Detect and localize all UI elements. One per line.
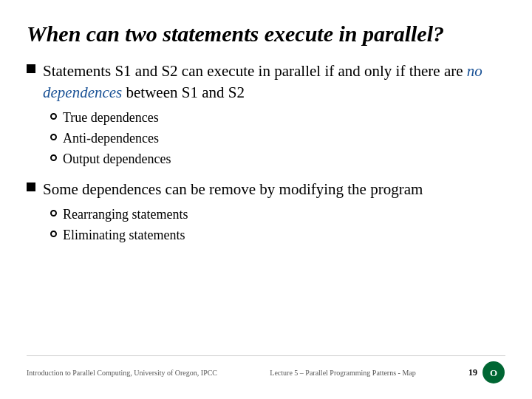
sub-bullet-text: Anti-dependences — [63, 129, 159, 148]
footer: Introduction to Parallel Computing, Univ… — [27, 355, 505, 384]
sub-bullet-text: Eliminating statements — [63, 226, 185, 245]
bullet-square-2 — [27, 183, 35, 191]
bullet-text-2: Some dependences can be remove by modify… — [43, 179, 423, 200]
sub-bullet-item: Eliminating statements — [50, 226, 423, 245]
bullet-item-2: Some dependences can be remove by modify… — [27, 179, 505, 245]
bullet1-text-after: between S1 and S2 — [122, 83, 245, 101]
bullet-item-1: Statements S1 and S2 can execute in para… — [27, 61, 505, 168]
bullet-text-1: Statements S1 and S2 can execute in para… — [43, 61, 505, 104]
sub-bullet-item: True dependences — [50, 109, 505, 127]
slide: When can two statements execute in paral… — [0, 0, 532, 399]
sub-bullet-text: True dependences — [63, 109, 159, 127]
sub-bullet-circle — [50, 154, 57, 161]
sub-bullet-circle — [50, 113, 57, 120]
sub-bullets-2: Rearranging statements Eliminating state… — [43, 205, 423, 245]
sub-bullet-item: Output dependences — [50, 150, 505, 168]
sub-bullet-text: Rearranging statements — [63, 205, 188, 224]
sub-bullet-item: Rearranging statements — [50, 205, 423, 224]
sub-bullet-circle — [50, 210, 57, 216]
sub-bullet-item: Anti-dependences — [50, 129, 505, 148]
content-area: Statements S1 and S2 can execute in para… — [27, 61, 505, 348]
footer-center: Lecture 5 – Parallel Programming Pattern… — [270, 369, 415, 377]
svg-text:O: O — [490, 367, 497, 378]
uo-logo-icon: O — [482, 361, 505, 384]
sub-bullet-text: Output dependences — [63, 150, 171, 168]
footer-right: 19 O — [468, 361, 505, 384]
bullet1-text-before: Statements S1 and S2 can execute in para… — [43, 62, 467, 80]
page-number: 19 — [468, 367, 477, 378]
bullet-square-1 — [27, 64, 35, 73]
footer-left: Introduction to Parallel Computing, Univ… — [27, 369, 217, 377]
slide-title: When can two statements execute in paral… — [27, 21, 505, 47]
sub-bullet-circle — [50, 134, 57, 140]
sub-bullet-circle — [50, 231, 57, 237]
sub-bullets-1: True dependences Anti-dependences Output… — [43, 109, 505, 169]
